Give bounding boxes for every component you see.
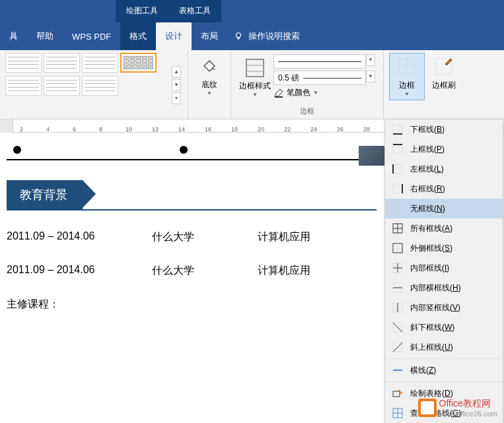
pen-color-label: 笔颜色 [287,87,310,98]
diag-up-border-icon [392,341,404,353]
menu-item-label: 左框线(L) [410,164,444,175]
divider-line [7,159,377,160]
table-handle[interactable] [180,146,188,154]
table-tools-tab[interactable]: 表格工具 [168,0,221,22]
date-cell: 2011.09 – 2014.06 [7,230,112,244]
border-menu-item-top[interactable]: 上框线(P) [385,139,503,159]
border-style-button[interactable]: 边框样式 ▼ [239,55,271,98]
major-cell: 计算机应用 [258,230,337,244]
ruler-tick: 18 [231,126,238,133]
ruler-tick: 12 [152,126,159,133]
menu-item-label: 斜上框线(U) [410,342,453,353]
draw-border-icon [392,387,404,399]
none-border-icon [392,203,404,214]
borders-icon [396,56,417,77]
borders-dropdown-button[interactable]: 边框 ▼ [389,53,425,100]
border-menu-item-outside[interactable]: 外侧框线(S) [385,238,503,258]
svg-rect-16 [393,184,402,193]
svg-rect-18 [393,204,402,213]
menu-item-label: 上框线(P) [410,144,445,155]
chevron-down-icon[interactable]: ▼ [366,71,375,82]
tab-help[interactable]: 帮助 [27,22,63,50]
border-menu-item-hline[interactable]: 横线(Z) [385,360,503,380]
ruler-tick: 24 [310,126,317,133]
menu-item-label: 内部竖框线(V) [410,302,460,313]
border-menu-item-diag-down[interactable]: 斜下框线(W) [385,317,503,337]
menu-item-label: 下框线(B) [410,124,445,135]
menu-item-label: 无框线(N) [410,203,445,214]
ruler-tick: 8 [99,126,102,133]
menu-item-label: 内部框线(I) [410,263,449,274]
inside-h-border-icon [392,282,404,294]
border-menu-item-diag-up[interactable]: 斜上框线(U) [385,337,503,357]
svg-line-35 [393,342,402,352]
hline-border-icon [392,364,404,376]
borders-group-label: 边框 [236,105,378,117]
border-menu-item-inside-v[interactable]: 内部竖框线(V) [385,298,503,317]
school-cell: 什么大学 [152,230,218,244]
border-menu-item-left[interactable]: 左框线(L) [385,159,503,179]
menu-item-label: 外侧框线(S) [410,243,452,254]
border-menu-item-bottom[interactable]: 下框线(B) [385,119,503,139]
menu-separator [385,358,503,359]
border-menu-item-all[interactable]: 所有框线(A) [385,218,503,238]
svg-rect-2 [246,59,264,77]
menu-item-label: 右框线(R) [410,183,445,195]
gallery-more-icon[interactable]: ▾ [172,92,181,104]
menu-item-label: 内部横框线(H) [410,282,461,294]
menu-item-label: 绘制表格(D) [410,388,453,399]
line-style-selector[interactable] [273,54,366,69]
border-painter-button[interactable]: 边框刷 [425,53,463,100]
border-menu-item-none[interactable]: 无框线(N) [385,199,503,218]
diag-down-border-icon [392,321,404,333]
tab-wps-pdf[interactable]: WPS PDF [63,24,120,49]
border-menu-item-inside[interactable]: 内部框线(I) [385,258,503,278]
section-underline [7,209,377,211]
svg-rect-1 [237,38,240,40]
border-style-label: 边框样式 [239,81,271,92]
borders-dropdown-menu: 下框线(B)上框线(P)左框线(L)右框线(R)无框线(N)所有框线(A)外侧框… [384,119,503,423]
ruler-tick: 14 [178,126,185,133]
tell-me-search[interactable]: 操作说明搜索 [234,30,300,42]
office-logo-icon [418,399,437,417]
left-border-icon [392,163,404,175]
table-handle[interactable] [13,146,21,154]
ruler-tick: 4 [46,126,50,133]
shading-label: 底纹 [201,79,217,90]
tab-design[interactable]: 设计 [156,22,192,50]
table-styles-gallery[interactable] [5,53,170,96]
gallery-scroll[interactable]: ▲ ▼ ▾ [172,53,182,117]
tab-format[interactable]: 格式 [120,22,156,50]
svg-rect-10 [393,125,402,134]
border-menu-item-right[interactable]: 右框线(R) [385,179,503,199]
svg-line-33 [393,323,402,332]
tab-layout[interactable]: 布局 [192,22,227,50]
painter-icon [433,56,454,77]
grid-border-icon [392,407,404,419]
outside-border-icon [392,242,404,254]
right-border-icon [392,183,404,195]
border-style-icon [242,55,268,81]
gallery-down-icon[interactable]: ▼ [172,79,181,91]
drawing-tools-tab[interactable]: 绘图工具 [116,0,168,22]
ruler-tick: 10 [126,126,132,133]
svg-rect-14 [393,164,402,174]
pen-icon [273,88,284,98]
chevron-down-icon: ▼ [404,91,410,97]
border-menu-item-inside-h[interactable]: 内部横框线(H) [385,278,503,298]
chevron-down-icon[interactable]: ▼ [366,54,375,66]
tab-tools[interactable]: 具 [0,22,27,50]
bottom-border-icon [392,123,404,135]
bucket-icon [199,55,220,77]
ruler-tick: 16 [205,126,211,133]
pen-color-button[interactable]: 笔颜色 ▼ [273,87,375,98]
line-weight-selector[interactable]: 0.5 磅 [273,71,366,85]
menu-item-label: 斜下框线(W) [410,322,454,333]
ruler-tick: 2 [20,126,23,133]
shading-button[interactable]: 底纹 ▼ [194,53,225,99]
inside-border-icon [392,262,404,274]
inside-v-border-icon [392,302,404,313]
gallery-up-icon[interactable]: ▲ [172,66,181,78]
chevron-down-icon: ▼ [207,90,212,96]
ruler-tick: 28 [363,126,370,133]
